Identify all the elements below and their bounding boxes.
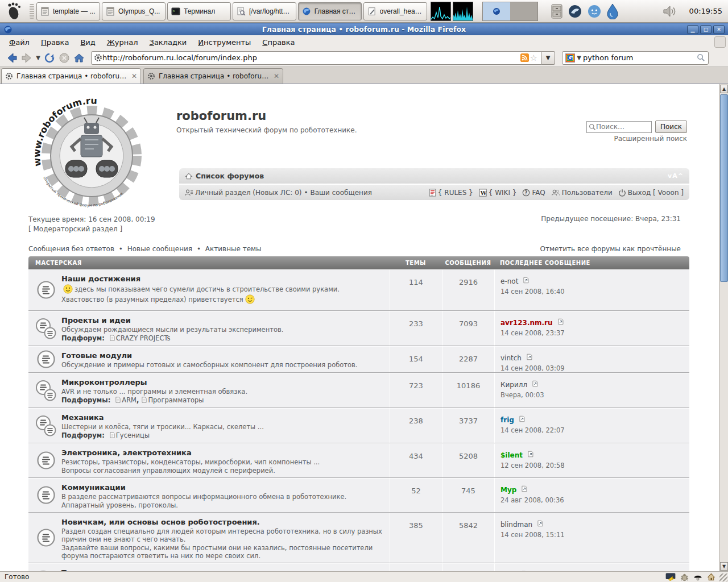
forum-title-link[interactable]: Электроника, электротехника <box>61 448 192 457</box>
download-manager-icon[interactable] <box>665 573 676 581</box>
last-post-icon[interactable] <box>558 317 564 327</box>
rss-icon[interactable] <box>520 53 529 62</box>
taskbar-window-terminal[interactable]: Терминал <box>167 2 231 20</box>
last-post-icon[interactable] <box>532 379 538 389</box>
wolf-app-icon[interactable] <box>568 4 582 19</box>
system-monitor-net-graph[interactable] <box>453 2 473 21</box>
forum-title-link[interactable]: Готовые модули <box>61 351 132 360</box>
gnome-menu-icon[interactable] <box>0 2 30 21</box>
subforum-link[interactable]: Гусеницы <box>116 431 150 439</box>
last-post-icon[interactable] <box>527 352 532 363</box>
applet-handle[interactable] <box>30 4 34 19</box>
subforum-link[interactable]: CRAZY PROJECTs <box>116 334 171 342</box>
category-title[interactable]: МАСТЕРСКАЯ <box>28 260 390 266</box>
water-drop-icon[interactable] <box>606 3 619 19</box>
taskbar-window-olympus[interactable]: Olympus_Q... <box>102 2 166 20</box>
tab-close-icon[interactable]: ✕ <box>274 72 279 80</box>
taskbar-window-template[interactable]: template — ... <box>36 2 100 20</box>
forum-title-link[interactable]: Новичкам, или основы основ роботостроени… <box>61 518 260 526</box>
forward-button[interactable] <box>19 51 34 65</box>
chat-icon[interactable] <box>587 4 602 19</box>
last-post-icon[interactable] <box>519 414 525 425</box>
last-post-author-link[interactable]: vintch <box>500 354 522 362</box>
menu-view[interactable]: Вид <box>75 36 101 48</box>
forum-title-link[interactable]: Коммуникации <box>61 483 126 492</box>
tab-1-active[interactable]: Главная страница • roboforum... ✕ <box>1 68 141 84</box>
stop-button[interactable] <box>57 51 72 65</box>
last-post-author-link[interactable]: e-not <box>500 277 518 285</box>
quicklink[interactable]: Новые сообщения <box>127 245 192 253</box>
last-post-icon[interactable] <box>528 449 533 460</box>
tab-close-icon[interactable]: ✕ <box>131 72 137 80</box>
font-size-control[interactable]: vA^ <box>668 172 684 180</box>
forum-search-input[interactable] <box>596 123 647 131</box>
workspace-1[interactable] <box>483 2 510 20</box>
members-link[interactable]: Пользователи <box>551 189 613 197</box>
panel-clock[interactable]: 00:19:55 <box>689 7 722 15</box>
web-search-input[interactable] <box>583 53 697 62</box>
menu-bookmarks[interactable]: Закладки <box>144 36 193 48</box>
scrollbar-thumb[interactable] <box>720 94 728 282</box>
your-posts-link[interactable]: Ваши сообщения <box>311 189 372 197</box>
home-button[interactable] <box>72 51 86 65</box>
site-title-link[interactable]: roboforum.ru <box>176 109 266 123</box>
site-logo[interactable]: www.roboforum.ru Открытый технический фо… <box>33 92 147 211</box>
vertical-scrollbar[interactable]: ▲ ▼ <box>719 84 728 571</box>
system-monitor-cpu-graph[interactable] <box>431 2 451 21</box>
url-bar[interactable]: ☆ <box>91 51 541 65</box>
last-post-author-link[interactable]: frig <box>500 416 514 424</box>
last-post-author-link[interactable]: blindman <box>500 521 532 529</box>
taskbar-window-logviewer[interactable]: [/var/log/http... <box>233 2 296 20</box>
private-section-link[interactable]: Личный раздел (Новых ЛС: 0) <box>195 189 301 197</box>
rules-link[interactable]: { RULES } <box>429 189 473 197</box>
moderator-section-link[interactable]: [ Модераторский раздел ] <box>28 225 155 234</box>
forum-title-link[interactable]: Микроконтроллеры <box>61 378 147 386</box>
subforum-link[interactable]: Программаторы <box>148 396 204 404</box>
menu-history[interactable]: Журнал <box>101 36 144 48</box>
firebug-icon[interactable] <box>680 573 689 581</box>
url-dropdown-button[interactable]: ▼ <box>541 51 555 65</box>
resize-grip[interactable] <box>719 573 727 581</box>
taskbar-window-firefox-active[interactable]: Главная стр... <box>298 2 362 20</box>
window-titlebar[interactable]: Главная страница • roboforum.ru - Mozill… <box>0 23 728 35</box>
logout-link[interactable]: Выход [ Vooon ] <box>618 189 684 197</box>
reload-button[interactable] <box>42 51 57 65</box>
quicklink[interactable]: Сообщения без ответов <box>28 245 114 253</box>
last-post-icon[interactable] <box>522 484 527 494</box>
subforum-link[interactable]: ARM <box>122 396 136 404</box>
back-button[interactable] <box>5 51 19 65</box>
mark-forums-read-link[interactable]: Отметить все форумы как прочтённые <box>540 245 681 253</box>
workspace-2[interactable] <box>510 2 537 20</box>
file-cabinet-icon[interactable] <box>551 4 563 19</box>
forum-title-link[interactable]: Проекты и идеи <box>61 316 131 325</box>
url-input[interactable] <box>102 53 520 62</box>
maximize-button[interactable]: ▢ <box>700 25 712 34</box>
close-button[interactable]: ✕ <box>713 25 725 34</box>
search-bar[interactable]: G ▼ <box>562 51 709 65</box>
quicklink[interactable]: Активные темы <box>205 245 262 253</box>
menu-help[interactable]: Справка <box>257 36 300 48</box>
last-post-icon[interactable] <box>523 275 529 286</box>
forum-title-link[interactable]: Наши достижения <box>61 275 140 283</box>
last-post-author-link[interactable]: Кирилл <box>500 381 527 389</box>
advanced-search-link[interactable]: Расширенный поиск <box>614 135 687 143</box>
bookmark-star-icon[interactable]: ☆ <box>530 53 537 63</box>
scroll-up-arrow[interactable]: ▲ <box>720 85 728 93</box>
wiki-link[interactable]: W { WIKI } <box>479 189 517 197</box>
last-post-icon[interactable] <box>537 518 543 529</box>
forum-search-button[interactable]: Поиск <box>655 120 687 133</box>
breadcrumb-forum-index[interactable]: Список форумов <box>196 172 264 180</box>
taskbar-window-overall-head[interactable]: overall_head... <box>363 2 427 20</box>
last-post-author-link[interactable]: avr123.nm.ru <box>500 319 553 327</box>
home-extension-icon[interactable] <box>707 573 715 581</box>
menu-file[interactable]: Файл <box>3 36 35 48</box>
forum-search-field[interactable] <box>586 121 652 133</box>
minimize-button[interactable]: ▁ <box>687 25 698 34</box>
last-post-author-link[interactable]: $ilent <box>500 451 523 459</box>
volume-icon[interactable] <box>662 4 678 19</box>
history-dropdown[interactable]: ▼ <box>34 55 42 61</box>
search-engine-dropdown[interactable]: ▼ <box>575 55 583 61</box>
magnifier-icon[interactable] <box>697 53 705 62</box>
extension-mushroom-icon[interactable] <box>693 573 702 581</box>
menu-edit[interactable]: Правка <box>35 36 75 48</box>
